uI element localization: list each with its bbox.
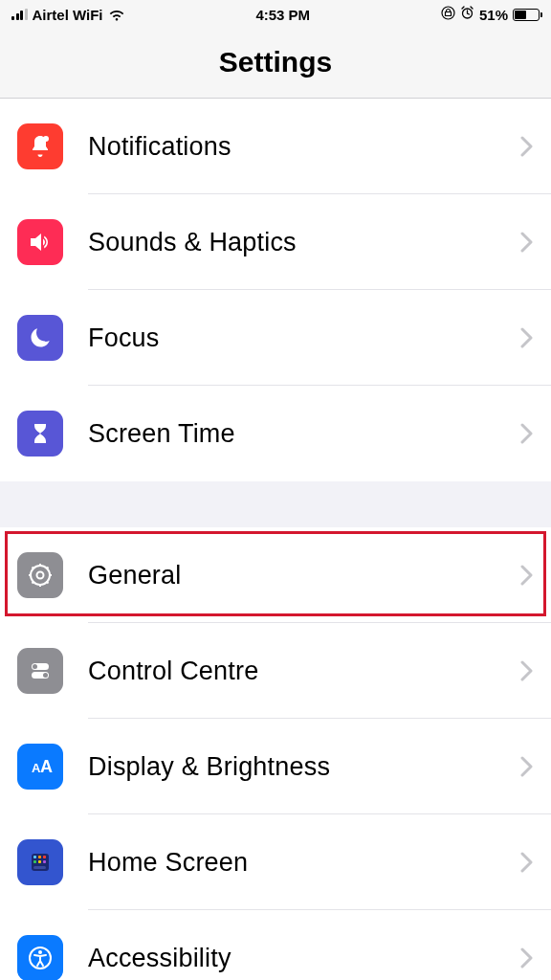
row-label: Focus — [63, 323, 520, 353]
section-1: Notifications Sounds & Haptics Focus Scr… — [0, 99, 551, 481]
svg-point-14 — [33, 664, 37, 669]
time-label: 4:53 PM — [255, 7, 310, 23]
chevron-right-icon — [520, 852, 534, 873]
row-label: Sounds & Haptics — [63, 228, 520, 257]
svg-rect-23 — [33, 860, 36, 863]
speaker-icon — [17, 219, 63, 265]
chevron-right-icon — [520, 660, 534, 681]
svg-rect-25 — [43, 860, 46, 863]
wifi-icon — [108, 9, 125, 21]
orientation-lock-icon — [441, 6, 455, 23]
row-general[interactable]: General — [0, 527, 551, 623]
bell-icon — [17, 123, 63, 169]
svg-rect-22 — [43, 856, 46, 858]
row-label: Notifications — [63, 132, 520, 162]
svg-point-4 — [37, 572, 44, 579]
row-label: Screen Time — [63, 419, 520, 449]
chevron-right-icon — [520, 423, 534, 444]
page-header: Settings — [0, 29, 551, 99]
svg-rect-21 — [38, 856, 41, 858]
row-control-centre[interactable]: Control Centre — [0, 623, 551, 719]
row-notifications[interactable]: Notifications — [0, 99, 551, 194]
chevron-right-icon — [520, 947, 534, 969]
gear-icon — [17, 552, 63, 598]
battery-percent: 51% — [479, 7, 508, 23]
carrier-label: Airtel WiFi — [33, 7, 103, 23]
svg-text:A: A — [40, 757, 53, 776]
chevron-right-icon — [520, 756, 534, 777]
row-accessibility[interactable]: Accessibility — [0, 910, 551, 980]
chevron-right-icon — [520, 565, 534, 586]
moon-icon — [17, 315, 63, 361]
status-left: Airtel WiFi — [11, 7, 125, 23]
row-sounds[interactable]: Sounds & Haptics — [0, 194, 551, 290]
row-label: General — [63, 561, 520, 590]
section-gap — [0, 481, 551, 527]
row-label: Accessibility — [63, 944, 520, 973]
signal-icon — [11, 9, 28, 20]
svg-rect-20 — [33, 856, 36, 858]
chevron-right-icon — [520, 136, 534, 157]
chevron-right-icon — [520, 327, 534, 348]
chevron-right-icon — [520, 232, 534, 253]
textsize-icon: AA — [17, 744, 63, 790]
status-bar: Airtel WiFi 4:53 PM 51% — [0, 0, 551, 29]
svg-point-2 — [43, 136, 49, 142]
section-2: General Control Centre AA Display & Brig… — [0, 527, 551, 980]
page-title: Settings — [0, 46, 551, 78]
svg-rect-26 — [33, 866, 46, 869]
svg-point-28 — [38, 950, 42, 954]
svg-rect-24 — [38, 860, 41, 863]
alarm-icon — [460, 6, 474, 23]
hourglass-icon — [17, 411, 63, 457]
row-focus[interactable]: Focus — [0, 290, 551, 386]
toggles-icon — [17, 648, 63, 694]
row-label: Display & Brightness — [63, 752, 520, 782]
row-screen-time[interactable]: Screen Time — [0, 386, 551, 481]
row-display[interactable]: AA Display & Brightness — [0, 719, 551, 814]
row-home-screen[interactable]: Home Screen — [0, 814, 551, 910]
row-label: Home Screen — [63, 848, 520, 878]
accessibility-icon — [17, 935, 63, 980]
row-label: Control Centre — [63, 657, 520, 686]
status-right: 51% — [441, 6, 540, 23]
homescreen-icon — [17, 839, 63, 885]
battery-icon — [513, 9, 540, 21]
svg-point-16 — [43, 673, 48, 678]
